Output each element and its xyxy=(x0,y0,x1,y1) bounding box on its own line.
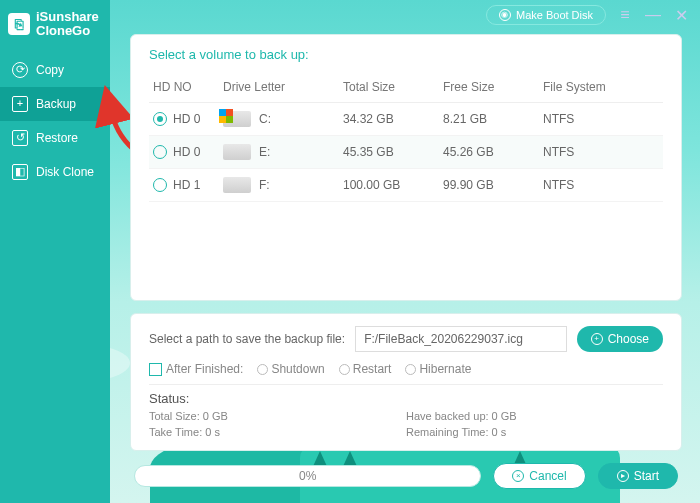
backup-icon: + xyxy=(12,96,28,112)
menu-icon[interactable]: ≡ xyxy=(616,6,634,24)
drive-icon xyxy=(223,144,251,160)
make-boot-disk-label: Make Boot Disk xyxy=(516,9,593,21)
cell-letter: E: xyxy=(259,145,270,159)
brand-icon: ⎘ xyxy=(8,13,30,35)
after-opt-restart[interactable]: Restart xyxy=(339,362,392,376)
path-label: Select a path to save the backup file: xyxy=(149,332,345,346)
cell-hd: HD 1 xyxy=(173,178,200,192)
status-total: Total Size: 0 GB xyxy=(149,410,406,422)
radio-icon[interactable] xyxy=(153,112,167,126)
after-opt-hibernate[interactable]: Hibernate xyxy=(405,362,471,376)
cell-fs: NTFS xyxy=(543,145,643,159)
sidebar-item-label: Restore xyxy=(36,131,78,145)
cancel-label: Cancel xyxy=(529,469,566,483)
drive-icon xyxy=(223,177,251,193)
cell-hd: HD 0 xyxy=(173,145,200,159)
sidebar: ⎘ iSunshareCloneGo ⟳ Copy + Backup ↺ Res… xyxy=(0,0,110,503)
volumes-title: Select a volume to back up: xyxy=(149,47,663,62)
main-area: Select a volume to back up: HD NO Drive … xyxy=(130,34,682,489)
brand-line1: iSunshare xyxy=(36,9,99,24)
cell-fs: NTFS xyxy=(543,112,643,126)
cancel-icon: × xyxy=(512,470,524,482)
progress-label: 0% xyxy=(299,469,316,483)
options-panel: Select a path to save the backup file: +… xyxy=(130,313,682,451)
status-take: Take Time: 0 s xyxy=(149,426,406,438)
table-row[interactable]: HD 1 F: 100.00 GB 99.90 GB NTFS xyxy=(149,169,663,202)
sidebar-item-backup[interactable]: + Backup xyxy=(0,87,110,121)
cell-total: 45.35 GB xyxy=(343,145,443,159)
status-remain: Remaining Time: 0 s xyxy=(406,426,663,438)
radio-icon[interactable] xyxy=(153,145,167,159)
cell-total: 34.32 GB xyxy=(343,112,443,126)
copy-icon: ⟳ xyxy=(12,62,28,78)
col-hdno: HD NO xyxy=(153,80,223,94)
status-backed: Have backed up: 0 GB xyxy=(406,410,663,422)
sidebar-item-label: Backup xyxy=(36,97,76,111)
actions-row: 0% × Cancel ▸ Start xyxy=(130,463,682,489)
cell-hd: HD 0 xyxy=(173,112,200,126)
col-fs: File System xyxy=(543,80,643,94)
table-row[interactable]: HD 0 C: 34.32 GB 8.21 GB NTFS xyxy=(149,103,663,136)
minimize-icon[interactable]: — xyxy=(644,6,662,24)
restore-icon: ↺ xyxy=(12,130,28,146)
cell-letter: F: xyxy=(259,178,270,192)
brand-line2: CloneGo xyxy=(36,23,90,38)
close-icon[interactable]: ✕ xyxy=(672,6,690,25)
drive-icon xyxy=(223,111,251,127)
sidebar-item-label: Copy xyxy=(36,63,64,77)
cell-total: 100.00 GB xyxy=(343,178,443,192)
choose-label: Choose xyxy=(608,332,649,346)
table-row[interactable]: HD 0 E: 45.35 GB 45.26 GB NTFS xyxy=(149,136,663,169)
col-free: Free Size xyxy=(443,80,543,94)
progress-bar: 0% xyxy=(134,465,481,487)
play-icon: ▸ xyxy=(617,470,629,482)
cell-free: 45.26 GB xyxy=(443,145,543,159)
cell-free: 99.90 GB xyxy=(443,178,543,192)
status-title: Status: xyxy=(149,391,663,406)
sidebar-item-copy[interactable]: ⟳ Copy xyxy=(0,53,110,87)
choose-button[interactable]: + Choose xyxy=(577,326,663,352)
radio-icon xyxy=(405,364,416,375)
after-finished-label: After Finished: xyxy=(166,362,243,376)
cancel-button[interactable]: × Cancel xyxy=(493,463,585,489)
start-label: Start xyxy=(634,469,659,483)
col-drive: Drive Letter xyxy=(223,80,343,94)
backup-path-input[interactable] xyxy=(355,326,567,352)
app-brand: ⎘ iSunshareCloneGo xyxy=(0,0,110,53)
make-boot-disk-button[interactable]: ◉ Make Boot Disk xyxy=(486,5,606,25)
cell-letter: C: xyxy=(259,112,271,126)
disk-clone-icon: ◧ xyxy=(12,164,28,180)
sidebar-item-restore[interactable]: ↺ Restore xyxy=(0,121,110,155)
cell-free: 8.21 GB xyxy=(443,112,543,126)
volumes-panel: Select a volume to back up: HD NO Drive … xyxy=(130,34,682,301)
plus-icon: + xyxy=(591,333,603,345)
after-opt-shutdown[interactable]: Shutdown xyxy=(257,362,324,376)
radio-icon xyxy=(257,364,268,375)
volumes-header: HD NO Drive Letter Total Size Free Size … xyxy=(149,72,663,103)
radio-icon xyxy=(339,364,350,375)
cell-fs: NTFS xyxy=(543,178,643,192)
start-button[interactable]: ▸ Start xyxy=(598,463,678,489)
sidebar-item-disk-clone[interactable]: ◧ Disk Clone xyxy=(0,155,110,189)
divider xyxy=(149,384,663,385)
col-total: Total Size xyxy=(343,80,443,94)
disc-icon: ◉ xyxy=(499,9,511,21)
after-finished-checkbox[interactable] xyxy=(149,363,162,376)
radio-icon[interactable] xyxy=(153,178,167,192)
sidebar-item-label: Disk Clone xyxy=(36,165,94,179)
